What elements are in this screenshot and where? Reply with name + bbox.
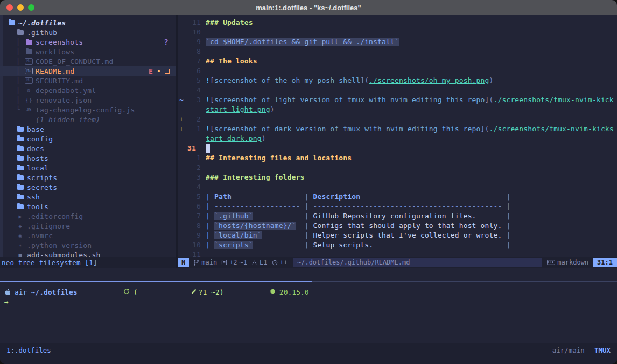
editor-line[interactable]: 4 bbox=[178, 85, 617, 95]
line-number: 4 bbox=[187, 85, 201, 95]
tree-item-base[interactable]: base bbox=[0, 124, 176, 134]
editor-line[interactable]: start-light.png) bbox=[178, 105, 617, 115]
tree-item-dependabot.yml[interactable]: │⚙dependabot.yml bbox=[0, 85, 176, 95]
git-branch-icon bbox=[193, 259, 199, 266]
editor-line[interactable]: 6| -------------------- | --------------… bbox=[178, 202, 617, 211]
gutter-sign bbox=[178, 163, 187, 173]
text-cursor bbox=[206, 144, 210, 153]
line-number: 6 bbox=[187, 202, 201, 211]
tree-item-code_of_conduct.md[interactable]: │M↓CODE_OF_CONDUCT.md bbox=[0, 56, 176, 66]
shell-script-icon: ■ bbox=[16, 252, 24, 258]
editor-line[interactable]: 7| `.github` | GitHub Repository configu… bbox=[178, 211, 617, 221]
gutter-sign: + bbox=[178, 115, 187, 124]
folder-open-icon bbox=[8, 20, 16, 25]
folder-icon bbox=[16, 175, 24, 180]
shell-prompt: air ~/.dotfiles ( ?1 ~2) bbox=[4, 287, 617, 297]
tree-item-docs[interactable]: docs bbox=[0, 144, 176, 153]
tree-item-add-submodules.sh[interactable]: ■add-submodules.sh bbox=[0, 250, 176, 257]
tree-item-tag-changelog-config.js[interactable]: └JStag-changelog-config.js bbox=[0, 105, 176, 115]
tree-item-.gitignore[interactable]: ◆.gitignore bbox=[0, 221, 176, 231]
folder-icon bbox=[16, 156, 24, 161]
tree-indent-guide: │ bbox=[16, 96, 25, 104]
tree-item-.dotfiles[interactable]: ~/.dotfiles bbox=[0, 18, 176, 27]
tree-item-label: README.md bbox=[36, 67, 74, 75]
editor-line[interactable]: 5![screenshot of the oh-my-posh shell](.… bbox=[178, 76, 617, 85]
editor-line[interactable]: 10| `scripts` | Setup scripts. | bbox=[178, 240, 617, 250]
line-text: start-light.png) bbox=[206, 105, 275, 115]
gutter-sign bbox=[178, 37, 187, 47]
editor-line[interactable]: 5| Path | Description | bbox=[178, 192, 617, 202]
diff-changed: ~1 bbox=[240, 259, 247, 266]
tree-item-config[interactable]: config bbox=[0, 134, 176, 144]
editor-line[interactable]: ~3![screenshot of light version of tmux … bbox=[178, 95, 617, 105]
editor-pane[interactable]: 11### Updates 10 9`cd $HOME/.dotfiles &&… bbox=[178, 15, 617, 268]
gutter-sign bbox=[178, 47, 187, 56]
prompt-host: air bbox=[15, 288, 27, 296]
tree-item-workflows[interactable]: │workflows bbox=[0, 47, 176, 56]
editor-line[interactable]: 11### Updates bbox=[178, 18, 617, 27]
tree-item-.github[interactable]: .github bbox=[0, 27, 176, 37]
tree-item-label: docs bbox=[27, 145, 44, 153]
folder-icon bbox=[25, 40, 33, 45]
editor-line[interactable]: 3### Interesting folders bbox=[178, 173, 617, 182]
markdown-icon bbox=[547, 260, 555, 265]
tree-item-hosts[interactable]: hosts bbox=[0, 153, 176, 163]
tree-item-screenshots[interactable]: │screenshots? bbox=[0, 37, 176, 47]
folder-icon bbox=[16, 195, 24, 199]
tree-item-label: add-submodules.sh bbox=[27, 251, 100, 258]
git-status-changes: ?1 ~2) bbox=[199, 288, 224, 296]
editor-line[interactable]: +2 bbox=[178, 115, 617, 124]
gutter-sign: ~ bbox=[178, 95, 187, 105]
tree-item-readme.md[interactable]: │M↓README.mdE• bbox=[0, 66, 176, 76]
line-number: 10 bbox=[187, 27, 201, 37]
editor-line[interactable]: tart-dark.png) bbox=[178, 134, 617, 144]
editor-line[interactable]: 6 bbox=[178, 66, 617, 76]
tmux-window-item[interactable]: 1:.dotfiles bbox=[6, 346, 51, 354]
editor-line[interactable]: 10 bbox=[178, 27, 617, 37]
gutter-sign bbox=[178, 211, 187, 221]
tree-item-ssh[interactable]: ssh bbox=[0, 192, 176, 202]
editor-line[interactable]: 8 bbox=[178, 47, 617, 56]
git-status-open: ( bbox=[134, 288, 138, 296]
line-number: 5 bbox=[187, 192, 201, 202]
editor-line[interactable]: 4 bbox=[178, 182, 617, 192]
tree-item-scripts[interactable]: scripts bbox=[0, 173, 176, 182]
editor-line[interactable]: 9`cd $HOME/.dotfiles && git pull && ./in… bbox=[178, 37, 617, 47]
extra-label: ++ bbox=[280, 259, 288, 266]
git-diff-segment: +2 ~1 bbox=[221, 259, 247, 266]
tree-item-.editorconfig[interactable]: ▶.editorconfig bbox=[0, 211, 176, 221]
gutter-sign bbox=[178, 221, 187, 231]
editor-line[interactable]: +1![screenshot of dark version of tmux w… bbox=[178, 124, 617, 134]
prompt-cwd: ~/.dotfiles bbox=[31, 288, 77, 296]
tree-item-tools[interactable]: tools bbox=[0, 202, 176, 211]
extra-segment: ++ bbox=[272, 259, 288, 266]
tree-indent-guide: └ bbox=[16, 106, 25, 113]
tree-item-.nvmrc[interactable]: ◉.nvmrc bbox=[0, 231, 176, 240]
editor-line[interactable]: 9| `local/bin` | Helper scripts that I'v… bbox=[178, 231, 617, 240]
tree-indent-guide: │ bbox=[16, 38, 25, 46]
shell-pane[interactable]: air ~/.dotfiles ( ?1 ~2) bbox=[0, 282, 617, 343]
folder-icon bbox=[16, 127, 24, 132]
line-number: 2 bbox=[187, 163, 201, 173]
neotree-panel: ~/.dotfiles.github│screenshots?│workflow… bbox=[0, 15, 178, 268]
node-icon bbox=[228, 280, 276, 304]
tree-item-1-hidden-item[interactable]: (1 hidden item) bbox=[0, 115, 176, 124]
gutter-sign bbox=[178, 250, 187, 257]
editor-line[interactable]: 2 bbox=[178, 163, 617, 173]
neotree-file-list: ~/.dotfiles.github│screenshots?│workflow… bbox=[0, 15, 176, 257]
editor-line[interactable]: 8| `hosts/{hostname}/` | Configs that sh… bbox=[178, 221, 617, 231]
tree-item-secrets[interactable]: secrets bbox=[0, 182, 176, 192]
nvim-area: ~/.dotfiles.github│screenshots?│workflow… bbox=[0, 15, 617, 268]
editor-line[interactable]: 11 bbox=[178, 250, 617, 257]
gutter-sign bbox=[178, 85, 187, 95]
editor-buffer[interactable]: 11### Updates 10 9`cd $HOME/.dotfiles &&… bbox=[178, 15, 617, 257]
tree-item-.python-version[interactable]: ∗.python-version bbox=[0, 240, 176, 250]
tree-item-security.md[interactable]: │M↓SECURITY.md bbox=[0, 76, 176, 85]
tree-item-renovate.json[interactable]: │{}renovate.json bbox=[0, 95, 176, 105]
gutter-sign bbox=[178, 182, 187, 192]
editor-line[interactable]: 7## The looks bbox=[178, 56, 617, 66]
line-text: `cd $HOME/.dotfiles && git pull && ./ins… bbox=[206, 37, 399, 47]
editor-line[interactable]: 1## Interesting files and locations bbox=[178, 153, 617, 163]
tree-item-local[interactable]: local bbox=[0, 163, 176, 173]
editor-line[interactable]: 31 bbox=[178, 144, 617, 153]
